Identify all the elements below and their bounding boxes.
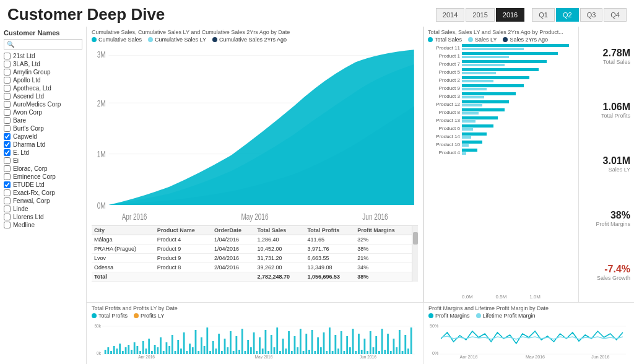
customer-item: Burt's Corp — [4, 124, 82, 132]
year-tab-2016[interactable]: 2016 — [496, 8, 524, 22]
svg-rect-118 — [404, 335, 406, 354]
svg-rect-97 — [344, 351, 345, 354]
svg-rect-28 — [142, 341, 144, 354]
svg-rect-19 — [116, 349, 118, 354]
svg-rect-37 — [168, 346, 170, 354]
customer-checkbox[interactable] — [4, 141, 11, 148]
svg-rect-83 — [303, 351, 305, 354]
legend-dot-ly — [148, 37, 153, 42]
table-cell-product: Product 8 — [155, 263, 212, 272]
customer-checkbox[interactable] — [4, 101, 11, 108]
margin-line-svg: 50% 0% Apr 2016 May 2016 Jun 2016 — [428, 320, 629, 358]
customer-checkbox[interactable] — [4, 206, 11, 212]
svg-rect-52 — [212, 341, 214, 354]
margin-chart-section: Profit Margins and Lifetime Profit Margi… — [423, 303, 634, 364]
customer-checkbox[interactable] — [4, 53, 11, 59]
product-bar-label: Product 9 — [428, 85, 462, 91]
product-bar-row: Product 7 — [428, 60, 575, 67]
product-total-bar — [462, 76, 529, 79]
svg-text:May 2016: May 2016 — [526, 355, 545, 358]
product-ly-bar — [462, 120, 476, 123]
svg-rect-104 — [363, 339, 365, 354]
customer-checkbox[interactable] — [4, 125, 11, 132]
product-bar-row: Product 11 — [428, 44, 575, 51]
table-scrollbar[interactable] — [412, 226, 418, 282]
customer-checkbox[interactable] — [4, 149, 11, 156]
customer-name: Ascend Ltd — [13, 93, 44, 100]
legend-total-profits: Total Profits — [92, 313, 128, 319]
table-cell-product: Product 9 — [155, 245, 212, 254]
product-bar-label: Product 6 — [428, 126, 462, 131]
table-row: PRAHA (Prague)Product 91/04/201610,452.0… — [92, 245, 412, 254]
svg-rect-110 — [381, 329, 383, 354]
customer-name: Llorens Ltd — [13, 214, 43, 220]
margin-chart-title: Profit Margins and Lifetime Profit Margi… — [428, 305, 629, 311]
customer-checkbox[interactable] — [4, 117, 11, 124]
product-bar-label: Product 10 — [428, 142, 462, 147]
customer-checkbox[interactable] — [4, 85, 11, 92]
svg-rect-75 — [279, 351, 281, 354]
customer-checkbox[interactable] — [4, 133, 11, 140]
table-cell-city: Odessa — [92, 263, 155, 272]
product-bar-row: Product 10 — [428, 141, 575, 148]
year-tab-2014[interactable]: 2014 — [436, 8, 464, 22]
quarter-tab-q4[interactable]: Q4 — [604, 8, 627, 22]
customer-checkbox[interactable] — [4, 109, 11, 116]
product-x-label-1: 0.5M — [496, 294, 507, 300]
svg-rect-70 — [264, 330, 266, 354]
customer-checkbox[interactable] — [4, 61, 11, 67]
customer-checkbox[interactable] — [4, 214, 11, 220]
customer-checkbox[interactable] — [4, 93, 11, 100]
svg-text:2M: 2M — [97, 98, 106, 108]
customer-checkbox[interactable] — [4, 197, 11, 204]
customer-item: Avon Corp — [4, 108, 82, 116]
table-cell-city: PRAHA (Prague) — [92, 245, 155, 254]
product-total-bar — [462, 141, 482, 144]
customer-item: E. Ltd — [4, 149, 82, 157]
customer-checkbox[interactable] — [4, 181, 11, 188]
svg-rect-84 — [305, 334, 307, 354]
svg-rect-108 — [375, 336, 377, 354]
svg-rect-61 — [238, 350, 240, 354]
product-total-bar — [462, 60, 547, 63]
svg-rect-31 — [151, 351, 153, 354]
customer-checkbox[interactable] — [4, 189, 11, 196]
kpi-total-sales-label: Total Sales — [583, 59, 630, 65]
customer-item: Ei — [4, 157, 82, 165]
product-total-bar — [462, 132, 487, 136]
product-bar-wrap — [462, 141, 575, 148]
main-content: Customer Names 21st Ltd3LAB, LtdAmylin G… — [0, 27, 634, 364]
customer-checkbox[interactable] — [4, 173, 11, 180]
customer-item: 21st Ltd — [4, 52, 82, 60]
quarter-tab-q1[interactable]: Q1 — [532, 8, 555, 22]
profit-legend: Total Profits Profits LY — [92, 313, 418, 319]
customer-checkbox[interactable] — [4, 69, 11, 76]
col-product: Product Name — [155, 226, 212, 235]
product-ly-bar — [462, 80, 493, 82]
quarter-tab-q2[interactable]: Q2 — [556, 8, 579, 22]
customer-checkbox[interactable] — [4, 157, 11, 164]
svg-rect-25 — [134, 342, 136, 354]
product-bar-wrap — [462, 108, 575, 116]
customer-item: Elorac, Corp — [4, 165, 82, 173]
product-bar-row: Product 14 — [428, 132, 575, 140]
product-bar-wrap — [462, 52, 575, 59]
customer-checkbox[interactable] — [4, 165, 11, 172]
search-input[interactable] — [4, 39, 82, 50]
customer-name: 3LAB, Ltd — [13, 61, 40, 67]
col-city: City — [92, 226, 155, 235]
year-tab-2015[interactable]: 2015 — [466, 8, 494, 22]
product-x-label-2: 1.0M — [529, 294, 541, 300]
customer-checkbox[interactable] — [4, 222, 11, 228]
product-ly-bar — [462, 88, 487, 90]
svg-rect-30 — [148, 339, 150, 354]
customer-name: Capweld — [13, 133, 37, 140]
product-bar-label: Product 5 — [428, 69, 462, 75]
svg-rect-38 — [172, 335, 173, 354]
svg-rect-103 — [361, 350, 363, 354]
customer-checkbox[interactable] — [4, 77, 11, 84]
quarter-tab-q3[interactable]: Q3 — [580, 8, 603, 22]
table-cell-margin: 32% — [355, 235, 412, 245]
svg-rect-46 — [195, 330, 197, 354]
product-bar-row: Product 6 — [428, 124, 575, 132]
